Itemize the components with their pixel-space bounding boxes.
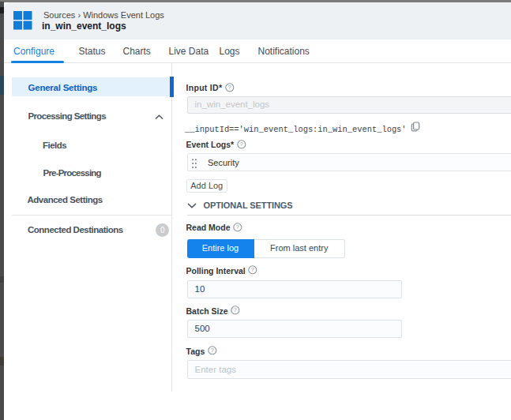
svg-text:?: ? xyxy=(236,224,239,230)
svg-text:?: ? xyxy=(240,141,243,147)
svg-text:?: ? xyxy=(251,267,254,272)
svg-text:?: ? xyxy=(228,84,231,90)
svg-text:?: ? xyxy=(211,347,214,353)
svg-text:?: ? xyxy=(234,307,237,313)
